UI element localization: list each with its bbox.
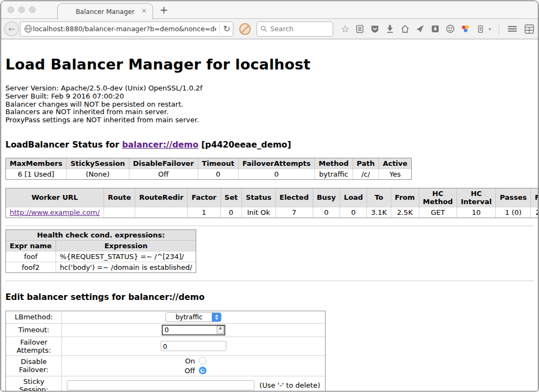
- table-header-row: Worker URL Route RouteRedir Factor Set S…: [6, 188, 538, 207]
- disable-failover-label: Disable Failover:: [6, 355, 62, 376]
- failover-attempts-input[interactable]: 0: [161, 341, 226, 351]
- col-route: Route: [103, 188, 135, 207]
- tab-bar: Balancer Manager × +: [1, 1, 538, 19]
- divider: [5, 226, 534, 226]
- edit-balancer-form: LBmethod: bytraffic Timeout: 0 ▲: [5, 311, 326, 391]
- page-title: Load Balancer Manager for localhost: [5, 39, 534, 73]
- feedback-smiley-icon[interactable]: [446, 24, 455, 33]
- cell-expression: hc('body') =~ /domain is established/: [56, 262, 196, 272]
- radio-on-label: On: [181, 357, 195, 365]
- health-table-title: Health check cond. expressions:: [6, 229, 196, 240]
- col-to: To: [367, 188, 391, 207]
- col-failoverattempts: FailoverAttempts: [238, 158, 315, 169]
- col-timeout: Timeout: [198, 158, 238, 169]
- tab-close-icon[interactable]: ×: [141, 7, 147, 14]
- cell-busy: 0: [313, 207, 340, 218]
- status-heading-prefix: LoadBalancer Status for: [5, 140, 122, 150]
- frame-arrow-icon[interactable]: [431, 24, 440, 33]
- col-expr-name: Expr name: [6, 240, 56, 251]
- url-bar[interactable]: localhost:8880/balancer-manager?b=demo&n…: [20, 22, 233, 37]
- col-elected: Elected: [275, 188, 313, 207]
- search-bar[interactable]: Search: [257, 22, 333, 37]
- col-passes: Passes: [496, 188, 531, 207]
- server-info: Server Version: Apache/2.5.0-dev (Unix) …: [5, 85, 534, 124]
- lbmethod-select[interactable]: bytraffic: [165, 312, 222, 322]
- table-row: 6 [1 Used] (None) Off 0 0 bytraffic /c/ …: [6, 169, 412, 179]
- url-text[interactable]: localhost:8880/balancer-manager?b=demo&n…: [33, 25, 216, 33]
- home-icon[interactable]: [400, 24, 410, 33]
- col-fails: Fails: [531, 188, 538, 207]
- col-active: Active: [379, 158, 412, 169]
- col-hc-interval: HC Interval: [457, 188, 495, 207]
- sticky-session-input[interactable]: [67, 380, 254, 390]
- zoom-window-button[interactable]: [29, 6, 36, 13]
- col-load: Load: [340, 188, 367, 207]
- balancer-demo-link[interactable]: balancer://demo: [122, 140, 198, 150]
- panel-battery-icon[interactable]: [476, 24, 485, 33]
- proxypass-note: ProxyPass settings are NOT inherited fro…: [5, 116, 534, 124]
- browser-window: Balancer Manager × + ← localhost:8880/ba…: [1, 1, 538, 391]
- cell-maxmembers: 6 [1 Used]: [6, 169, 67, 179]
- extension-dots-icon[interactable]: [461, 24, 470, 33]
- cell-disablefailover: Off: [129, 169, 198, 179]
- col-worker-url: Worker URL: [6, 188, 104, 207]
- worker-url-link[interactable]: http://www.example.com/: [10, 208, 100, 216]
- number-spinner-icon[interactable]: ▲: [217, 326, 224, 334]
- pocket-icon[interactable]: [370, 24, 379, 33]
- failover-attempts-label: Failover Attempts:: [6, 337, 62, 355]
- cell-passes: 1 (0): [496, 207, 531, 218]
- col-expression: Expression: [56, 240, 196, 251]
- newsfeed-grid-icon[interactable]: [524, 24, 535, 34]
- radio-on[interactable]: [199, 357, 206, 365]
- server-version: Server Version: Apache/2.5.0-dev (Unix) …: [5, 85, 534, 93]
- disable-failover-radios: On Off: [66, 357, 321, 375]
- cell-elected: 7: [275, 207, 313, 218]
- chevron-down-icon[interactable]: ▾: [488, 26, 491, 32]
- cell-hc-method: GET: [419, 207, 457, 218]
- health-check-table: Health check cond. expressions: Expr nam…: [5, 229, 196, 273]
- bookmark-star-icon[interactable]: ☆: [341, 24, 349, 33]
- cell-set: 0: [220, 207, 241, 218]
- worker-table: Worker URL Route RouteRedir Factor Set S…: [5, 188, 538, 218]
- timeout-input[interactable]: 0 ▲: [162, 325, 225, 335]
- menu-hamburger-icon[interactable]: [507, 24, 518, 33]
- tab-balancer-manager[interactable]: Balancer Manager ×: [57, 3, 153, 19]
- content-blocked-icon[interactable]: [239, 23, 251, 35]
- timeout-value: 0: [163, 326, 217, 334]
- send-plane-icon[interactable]: [416, 24, 425, 33]
- search-icon: [260, 25, 267, 32]
- timeout-label: Timeout:: [6, 323, 62, 337]
- back-button[interactable]: ←: [4, 22, 19, 36]
- radio-off-selected[interactable]: [199, 367, 206, 374]
- reload-icon[interactable]: ↻: [223, 25, 230, 33]
- cell-status: Init Ok: [241, 207, 275, 218]
- sticky-session-cell: (Use '-' to delete): [66, 380, 321, 390]
- close-window-button[interactable]: [8, 6, 14, 13]
- downloads-icon[interactable]: [385, 24, 395, 33]
- col-path: Path: [353, 158, 378, 169]
- reading-list-icon[interactable]: [355, 24, 364, 33]
- cell-path: /c/: [353, 169, 378, 179]
- cell-hc-interval: 10: [457, 207, 495, 218]
- cell-route: [103, 207, 135, 218]
- sticky-session-hint: (Use '-' to delete): [259, 381, 320, 389]
- cell-active: Yes: [379, 169, 412, 179]
- col-maxmembers: MaxMembers: [6, 158, 67, 169]
- col-from: From: [391, 188, 419, 207]
- cell-method: bytraffic: [315, 169, 353, 179]
- new-tab-button[interactable]: +: [160, 5, 168, 15]
- balancer-status-table: MaxMembers StickySession DisableFailover…: [5, 158, 412, 180]
- cell-failoverattempts: 0: [238, 169, 315, 179]
- cell-factor: 1: [188, 207, 220, 218]
- inherit-note: Balancers are NOT inherited from main se…: [5, 108, 534, 116]
- navigation-toolbar: ← localhost:8880/balancer-manager?b=demo…: [1, 19, 538, 39]
- cell-timeout: 0: [198, 169, 238, 179]
- cell-stickysession: (None): [66, 169, 129, 179]
- select-stepper-icon: [212, 312, 221, 322]
- minimize-window-button[interactable]: [18, 6, 25, 13]
- col-disablefailover: DisableFailover: [129, 158, 198, 169]
- lbmethod-label: LBmethod:: [6, 311, 62, 323]
- col-hc-method: HC Method: [419, 188, 457, 207]
- toolbar-divider: [499, 24, 499, 34]
- window-controls: [8, 6, 36, 13]
